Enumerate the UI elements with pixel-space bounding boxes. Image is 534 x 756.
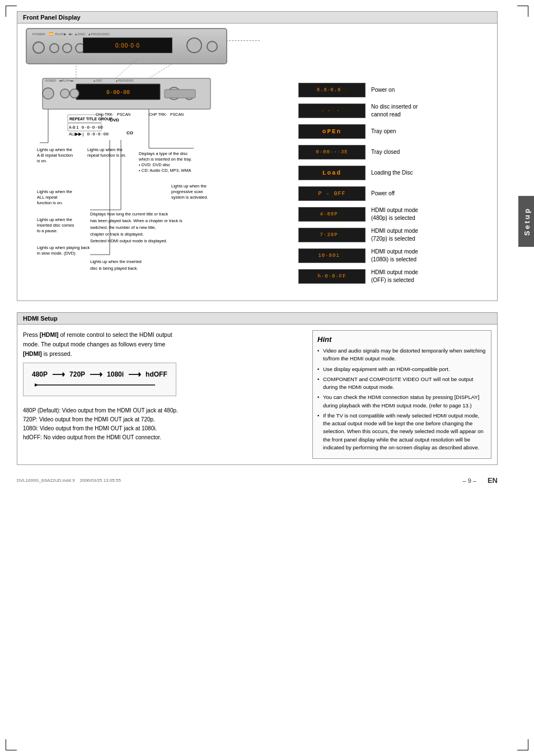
svg-text:0·00·00: 0·00·00 [106, 90, 130, 96]
display-power-off: P - 0FF [298, 186, 366, 201]
state-label-tray-open: Tray open [371, 128, 489, 135]
svg-text:CHp·TRK·: CHp·TRK· [96, 112, 114, 117]
svg-text:to a pause.: to a pause. [37, 228, 58, 233]
hint-content: Video and audio signals may be distorted… [317, 347, 486, 452]
svg-marker-65 [35, 383, 38, 387]
fp-layout: 0·00·00 POWER ⏮PLAY▶⏭ ▲DISC ▲PROG/DISC [26, 73, 491, 298]
svg-text:disc is being played back.: disc is being played back. [90, 266, 138, 271]
svg-text:A-B: A-B [69, 125, 76, 129]
main-content: Front Panel Display POWER ⏮️ PLAY▶ ⏭ ▲DI… [17, 11, 498, 485]
page-footer: DVL1000G_E6A22UD.indd 9 2006/03/25 13:05… [17, 476, 498, 485]
hdmi-setup-section: HDMI Setup Press [HDMI] of remote contro… [17, 312, 498, 465]
svg-text:PSCAN: PSCAN [170, 112, 184, 116]
flow-item-720p: 720P [69, 370, 85, 378]
en-label: EN [488, 476, 498, 485]
state-label-power-on: Power on [371, 86, 489, 94]
hint-bullet-1: Video and audio signals may be distorted… [317, 347, 486, 363]
fp-right-states: 8.8·8.8□□ Power on □·□·□□·□□ No disc ins… [298, 76, 489, 295]
hdmi-note-720p: 720P: Video output from the HDMI OUT jac… [23, 415, 301, 424]
corner-mark-tr [517, 6, 528, 17]
svg-text:CHP TRK·: CHP TRK· [149, 112, 167, 116]
flow-return-arrow [35, 381, 158, 389]
svg-text:ALL repeat: ALL repeat [37, 195, 58, 200]
hdmi-hint-box: Hint Video and audio signals may be dist… [312, 330, 491, 459]
svg-text:is on.: is on. [37, 158, 47, 163]
flow-item-480p: 480P [32, 370, 48, 378]
svg-text:A-B repeat function: A-B repeat function [37, 153, 73, 158]
corner-mark-br [517, 739, 528, 750]
hdmi-setup-title: HDMI Setup [17, 313, 497, 325]
file-name: DVL1000G_E6A22UD.indd 9 [17, 478, 75, 483]
svg-text:CO: CO [127, 130, 133, 135]
svg-text:POWER: POWER [45, 79, 56, 82]
svg-text:progressive scan: progressive scan [171, 189, 203, 194]
svg-text:Lights up when the inserted: Lights up when the inserted [90, 259, 142, 264]
corner-mark-tl [6, 6, 17, 17]
svg-text:Lights up when playing back: Lights up when playing back [37, 245, 90, 250]
state-power-off: P - 0FF Power off [298, 185, 489, 203]
svg-text:Selected HDMI output mode is d: Selected HDMI output mode is displayed. [90, 238, 167, 243]
flow-item-hdoff: hdOFF [146, 370, 167, 378]
hdmi-note-1080i: 1080i: Video output from the HDMI OUT ja… [23, 424, 301, 433]
hdmi-notes: 480P (Default): Video output from the HD… [23, 406, 301, 442]
file-info: DVL1000G_E6A22UD.indd 9 2006/03/25 13:05… [17, 478, 121, 483]
svg-text:repeat function is on.: repeat function is on. [87, 153, 127, 158]
svg-text:inserted disc comes: inserted disc comes [37, 223, 74, 228]
diagram-svg: 0·00·00 POWER ⏮PLAY▶⏭ ▲DISC ▲PROG/DISC [37, 76, 261, 294]
display-hdmi-480p: 4·80P·□ [298, 207, 366, 222]
hint-bullet-2: Use display equipment with an HDMI-compa… [317, 365, 486, 373]
svg-text:▲PROG/DISC: ▲PROG/DISC [115, 79, 134, 82]
svg-text:Lights up when the: Lights up when the [87, 147, 123, 152]
svg-text:PSCAN: PSCAN [117, 112, 130, 116]
svg-text:system is activated.: system is activated. [171, 195, 208, 200]
svg-text:• DVD: DVD disc: • DVD: DVD disc [139, 162, 170, 167]
corner-mark-bl [6, 739, 17, 750]
svg-line-15 [149, 64, 171, 78]
flow-item-1080i: 1080i [107, 370, 124, 378]
state-label-hdmi-720p: HDMI output mode(720p) is selected [371, 227, 489, 243]
svg-point-7 [43, 88, 54, 99]
svg-text:• CD: Audio CD, MP3, WMA: • CD: Audio CD, MP3, WMA [139, 168, 191, 173]
hdmi-flow-diagram: 480P ⟶ 720P ⟶ 1080i ⟶ hdOFF [23, 363, 176, 396]
svg-text:REPEAT  TITLE GROUP: REPEAT TITLE GROUP [69, 117, 113, 121]
state-no-disc: □·□·□□·□□ No disc inserted orcannot read [298, 102, 489, 120]
state-power-on: 8.8·8.8□□ Power on [298, 81, 489, 99]
svg-point-8 [60, 89, 69, 98]
state-label-power-off: Power off [371, 190, 489, 198]
state-label-loading: Loading the Disc [371, 169, 489, 177]
svg-text:Lights up when the: Lights up when the [37, 189, 72, 194]
hdmi-note-hdoff: hdOFF: No video output from the HDMI OUT… [23, 433, 301, 442]
state-label-no-disc: No disc inserted orcannot read [371, 103, 489, 119]
hdmi-content: Press [HDMI] of remote control to select… [17, 325, 497, 464]
state-hdmi-480p: 4·80P·□ HDMI output mode(480p) is select… [298, 205, 489, 223]
svg-text:Lights up when the: Lights up when the [37, 217, 72, 222]
state-label-tray-closed: Tray closed [371, 148, 489, 156]
svg-text:▶▶| 0·0·0·00: ▶▶| 0·0·0·00 [75, 132, 109, 137]
svg-text:which is inserted on the tray.: which is inserted on the tray. [138, 157, 192, 162]
state-label-hdmi-1080i: HDMI output mode(1080i) is selected [371, 248, 489, 264]
player-display: 0:00·0·0 [115, 43, 140, 49]
svg-text:function is on.: function is on. [37, 200, 63, 205]
svg-rect-12 [165, 90, 195, 98]
state-hdmi-720p: 7·20P·□ HDMI output mode(720p) is select… [298, 226, 489, 244]
file-date: 2006/03/25 13:05:55 [80, 478, 121, 483]
hint-title: Hint [317, 335, 486, 344]
display-no-disc: □·□·□□·□□ [298, 104, 366, 118]
state-label-hdmi-off: HDMI output mode(OFF) is selected [371, 269, 489, 284]
display-hdmi-720p: 7·20P·□ [298, 228, 366, 242]
hint-bullet-4: You can check the HDMI connection status… [317, 393, 486, 410]
hdmi-description: Press [HDMI] of remote control to select… [23, 330, 301, 358]
display-state-list: 8.8·8.8□□ Power on □·□·□□·□□ No disc ins… [298, 76, 489, 285]
fp-left-annotations: 0·00·00 POWER ⏮PLAY▶⏭ ▲DISC ▲PROG/DISC [37, 76, 298, 295]
svg-text:has been played back. When a c: has been played back. When a chapter or … [90, 218, 182, 223]
hint-bullet-3: COMPONENT and COMPOSITE VIDEO OUT will n… [317, 375, 486, 392]
display-loading: Load [298, 166, 366, 180]
state-loading: Load Loading the Disc [298, 164, 489, 182]
display-power-on: 8.8·8.8□□ [298, 83, 366, 97]
player-illustration: POWER ⏮️ PLAY▶ ⏭ ▲DISC ▲PROG/DISC [26, 28, 227, 64]
flow-arrow-1: ⟶ [52, 369, 65, 379]
setup-tab: Setup [518, 196, 534, 247]
svg-text:in slow mode. (DVD): in slow mode. (DVD) [37, 251, 76, 256]
state-hdmi-1080i: 10·80i·□ HDMI output mode(1080i) is sele… [298, 247, 489, 265]
svg-text:⏮PLAY▶⏭: ⏮PLAY▶⏭ [59, 79, 73, 82]
